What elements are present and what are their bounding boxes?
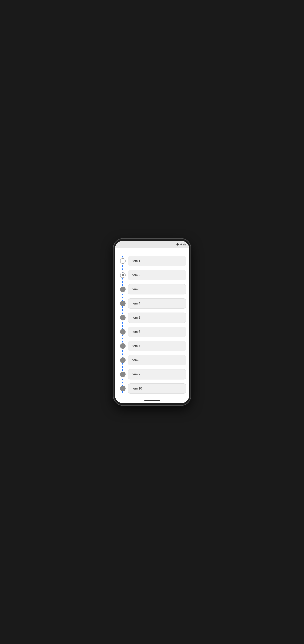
timeline-item[interactable]: Item 3 (128, 284, 186, 294)
timeline-dot (120, 329, 126, 334)
app-bar (115, 248, 189, 253)
timeline-item[interactable]: Item 8 (128, 355, 186, 365)
timeline-item[interactable]: Item 2 (128, 270, 186, 280)
home-indicator (115, 398, 189, 403)
timeline-dot (120, 343, 126, 349)
item-label: Item 4 (132, 302, 140, 305)
scroll-content[interactable]: Item 1Item 2Item 3Item 4Item 5Item 6Item… (115, 253, 189, 398)
timeline-card[interactable]: Item 7 (128, 341, 186, 351)
timeline-item[interactable]: Item 7 (128, 341, 186, 351)
phone-screen: Item 1Item 2Item 3Item 4Item 5Item 6Item… (115, 241, 189, 403)
timeline-card[interactable]: Item 1 (128, 256, 186, 266)
timeline-card[interactable]: Item 4 (128, 298, 186, 308)
timeline: Item 1Item 2Item 3Item 4Item 5Item 6Item… (118, 256, 186, 394)
timeline-dot (120, 358, 126, 363)
timeline-dot (120, 258, 126, 264)
timeline-card[interactable]: Item 6 (128, 327, 186, 337)
android-icon (176, 243, 179, 246)
item-label: Item 10 (132, 387, 142, 390)
timeline-card[interactable]: Item 2 (128, 270, 186, 280)
item-label: Item 8 (132, 358, 140, 362)
item-label: Item 7 (132, 344, 140, 348)
timeline-item[interactable]: Item 10 (128, 384, 186, 394)
status-bar (115, 241, 189, 248)
timeline-item[interactable]: Item 6 (128, 327, 186, 337)
signal-icon (183, 243, 186, 246)
item-label: Item 1 (132, 259, 140, 263)
item-label: Item 5 (132, 316, 140, 320)
timeline-item[interactable]: Item 5 (128, 312, 186, 323)
timeline-dot (120, 272, 126, 278)
timeline-dot (120, 315, 126, 320)
timeline-card[interactable]: Item 3 (128, 284, 186, 294)
item-label: Item 3 (132, 288, 140, 291)
timeline-card[interactable]: Item 10 (128, 384, 186, 394)
timeline-dot (120, 372, 126, 377)
timeline-item[interactable]: Item 4 (128, 298, 186, 308)
timeline-card[interactable]: Item 5 (128, 312, 186, 323)
phone-frame: Item 1Item 2Item 3Item 4Item 5Item 6Item… (114, 239, 190, 405)
home-bar (144, 400, 160, 401)
timeline-item[interactable]: Item 9 (128, 369, 186, 380)
status-icons (176, 243, 186, 246)
item-label: Item 9 (132, 372, 140, 376)
timeline-card[interactable]: Item 8 (128, 355, 186, 365)
timeline-item[interactable]: Item 1 (128, 256, 186, 266)
item-label: Item 2 (132, 274, 140, 277)
item-label: Item 6 (132, 330, 140, 334)
timeline-card[interactable]: Item 9 (128, 369, 186, 380)
timeline-dot (120, 286, 126, 292)
timeline-dot (120, 386, 126, 391)
timeline-dot (120, 301, 126, 306)
wifi-icon (180, 243, 182, 246)
